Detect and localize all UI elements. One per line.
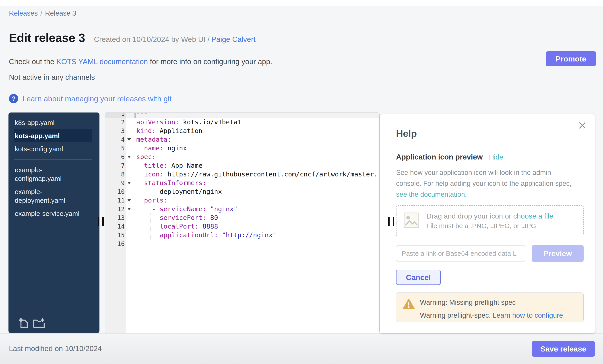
- code-line[interactable]: - serviceName: "nginx": [134, 205, 379, 213]
- subtitle-post: for more info on configuring your app.: [148, 57, 272, 66]
- git-help-row[interactable]: ? Learn about managing your releases wit…: [9, 94, 172, 103]
- save-release-button[interactable]: Save release: [532, 341, 595, 357]
- code-line[interactable]: kind: Application: [134, 127, 379, 135]
- code-line[interactable]: title: App Name: [134, 161, 379, 170]
- cancel-button[interactable]: Cancel: [396, 270, 441, 285]
- code-line[interactable]: icon: https://raw.githubusercontent.com/…: [134, 170, 379, 179]
- add-folder-icon[interactable]: [33, 318, 45, 328]
- close-icon[interactable]: [578, 121, 587, 130]
- hide-link[interactable]: Hide: [489, 153, 503, 161]
- file-tree-item[interactable]: kots-app.yaml: [14, 129, 92, 142]
- help-panel-title: Help: [396, 128, 584, 139]
- preview-button[interactable]: Preview: [532, 245, 584, 262]
- line-number: 16: [105, 240, 134, 248]
- fold-arrow-icon[interactable]: [127, 182, 131, 184]
- line-number: 8: [105, 170, 134, 179]
- pane-drag-handle-left[interactable]: [98, 217, 104, 226]
- fold-arrow-icon[interactable]: [127, 208, 131, 210]
- code-line[interactable]: - deployment/nginx: [134, 187, 379, 196]
- created-text: Created on 10/10/2024 by Web UI /: [94, 35, 210, 44]
- code-line[interactable]: apiVersion: kots.io/v1beta1: [134, 118, 379, 127]
- code-line[interactable]: statusInformers:: [134, 179, 379, 187]
- file-tree-item[interactable]: example-service.yaml: [9, 207, 99, 220]
- line-number: 2: [105, 118, 134, 127]
- file-tree-item[interactable]: k8s-app.yaml: [9, 116, 99, 129]
- file-tree-secondary: example-configmap.yamlexample-deployment…: [9, 163, 99, 220]
- line-number: 11: [105, 196, 134, 205]
- file-tree-item[interactable]: example-deployment.yaml: [9, 185, 99, 207]
- help-description-line: see the documentation.: [396, 189, 584, 200]
- page-title: Edit release 3: [9, 31, 85, 44]
- file-tree-divider: [14, 159, 92, 160]
- dropzone-text: Drag and drop your icon or: [426, 212, 513, 220]
- line-number: 9: [105, 179, 134, 187]
- breadcrumb: Releases/Release 3: [9, 9, 76, 17]
- line-number: 10: [105, 187, 134, 196]
- line-number: 1: [105, 112, 134, 118]
- line-number: 12: [105, 205, 134, 213]
- icon-url-input[interactable]: [396, 245, 525, 262]
- title-row: Edit release 3 Created on 10/10/2024 by …: [9, 31, 255, 44]
- line-number: 14: [105, 222, 134, 231]
- fold-arrow-icon[interactable]: [127, 138, 131, 141]
- line-number: 13: [105, 213, 134, 222]
- footer: Last modified on 10/10/2024 Save release: [0, 333, 603, 364]
- question-circle-icon: ?: [9, 94, 18, 103]
- git-help-link[interactable]: Learn about managing your releases with …: [22, 94, 172, 103]
- line-number: 3: [105, 127, 134, 135]
- kots-yaml-doc-link[interactable]: KOTS YAML documentation: [57, 57, 148, 66]
- code-line[interactable]: ports:: [134, 196, 379, 205]
- warning-text: Warning preflight-spec.: [420, 311, 493, 319]
- help-description-line: console. For help adding your icon to th…: [396, 178, 584, 189]
- file-tree-item[interactable]: kots-config.yaml: [9, 142, 99, 155]
- created-info: Created on 10/10/2024 by Web UI /Paige C…: [94, 35, 255, 44]
- code-line[interactable]: name: nginx: [134, 144, 379, 153]
- line-number: 7: [105, 161, 134, 170]
- file-tree-item[interactable]: example-configmap.yaml: [9, 163, 99, 185]
- line-number: 5: [105, 144, 134, 153]
- image-placeholder-icon: [403, 212, 420, 230]
- code-line[interactable]: localPort: 8888: [134, 222, 379, 231]
- channel-status: Not active in any channels: [9, 73, 95, 82]
- breadcrumb-current: Release 3: [45, 9, 76, 17]
- code-line[interactable]: metadata:: [134, 135, 379, 144]
- code-editor[interactable]: 1---2apiVersion: kots.io/v1beta13kind: A…: [105, 112, 380, 333]
- help-panel: Help Application icon preview Hide See h…: [380, 114, 595, 333]
- subtitle: Check out the KOTS YAML documentation fo…: [9, 57, 272, 66]
- icon-dropzone[interactable]: Drag and drop your icon or choose a file…: [396, 205, 584, 236]
- warning-configure-link[interactable]: Learn how to configure: [493, 311, 563, 319]
- top-strip: [0, 0, 603, 6]
- preflight-warning: Warning: Missing preflight spec Warning …: [396, 292, 584, 322]
- created-author-link[interactable]: Paige Calvert: [211, 35, 255, 44]
- line-number: 15: [105, 231, 134, 240]
- code-line[interactable]: ---: [134, 112, 379, 118]
- file-tree-footer: [9, 313, 99, 333]
- help-description-line: See how your application icon will look …: [396, 167, 584, 178]
- line-number: 6: [105, 153, 134, 161]
- code-line[interactable]: servicePort: 80: [134, 213, 379, 222]
- line-number: 4: [105, 135, 134, 144]
- help-description: See how your application icon will look …: [396, 167, 584, 200]
- editor-caret: [134, 113, 136, 118]
- subtitle-pre: Check out the: [9, 57, 57, 66]
- code-line[interactable]: applicationUrl: "http://nginx": [134, 231, 379, 240]
- choose-file-link[interactable]: choose a file: [513, 212, 554, 220]
- editor-rows: 1---2apiVersion: kots.io/v1beta13kind: A…: [105, 112, 379, 248]
- file-tree-footer-divider: [14, 313, 92, 313]
- fold-arrow-icon[interactable]: [127, 156, 131, 158]
- fold-arrow-icon[interactable]: [127, 199, 131, 202]
- warning-title: Warning: Missing preflight spec: [420, 298, 563, 307]
- last-modified-text: Last modified on 10/10/2024: [9, 344, 102, 353]
- indent-guide: [150, 213, 151, 240]
- code-line[interactable]: [134, 240, 379, 248]
- pane-drag-handle-right[interactable]: [388, 217, 394, 226]
- code-line[interactable]: spec:: [134, 153, 379, 161]
- breadcrumb-link-releases[interactable]: Releases: [9, 9, 38, 17]
- warning-icon: [403, 298, 415, 322]
- dropzone-subtext: File must be a .PNG, .JPEG, or .JPG: [426, 222, 553, 230]
- icon-preview-section-title: Application icon preview: [396, 153, 483, 161]
- breadcrumb-separator: /: [40, 9, 42, 17]
- promote-button[interactable]: Promote: [546, 51, 596, 66]
- see-documentation-link[interactable]: see the documentation: [396, 190, 465, 198]
- add-file-icon[interactable]: [19, 318, 29, 328]
